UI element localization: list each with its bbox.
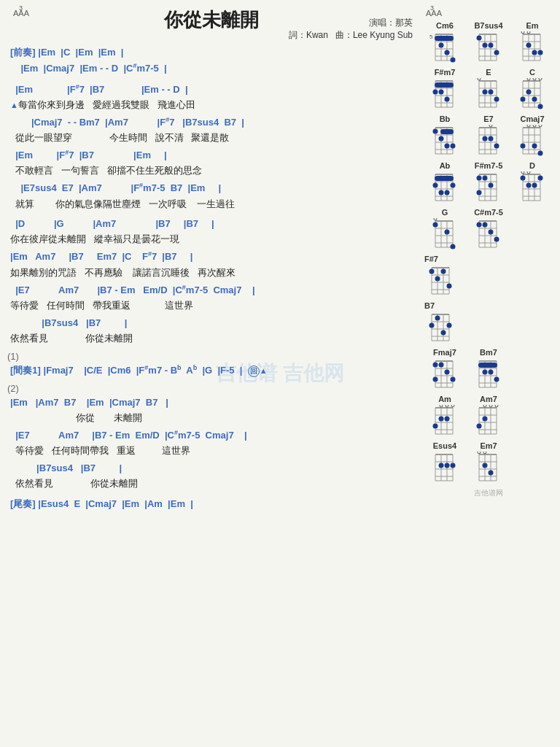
svg-point-161 — [521, 171, 524, 174]
interlude1-chords: [間奏1] |Fmaj7 |C/E |Cm6 |F#m7 - Bb Ab |G … — [10, 363, 416, 379]
chorus-lyrics-1: 你在彼岸從未離開 縱幸福只是曇花一現 — [10, 232, 416, 247]
s2-chords-3: |B7sus4 |B7 | — [10, 460, 416, 476]
svg-point-166 — [538, 176, 543, 181]
outro-chords: [尾奏] |Esus4 E |Cmaj7 |Em |Am |Em | — [10, 496, 416, 512]
chord-c#m7-5: C#m7-5 — [468, 208, 509, 250]
svg-point-12 — [445, 50, 450, 55]
chord-row-2: F#m7 E — [424, 68, 553, 110]
svg-point-245 — [494, 377, 499, 382]
svg-point-106 — [489, 125, 492, 127]
chord-b7sus4: B7sus4 — [468, 21, 509, 63]
chord-c: C — [512, 68, 553, 110]
v1-lyrics-4: 就算 你的氣息像隔世塵煙 一次呼吸 一生過往 — [10, 197, 416, 212]
section-1: (1) [間奏1] |Fmaj7 |C/E |Cm6 |F#m7 - Bb Ab… — [7, 351, 416, 379]
svg-point-191 — [489, 230, 494, 235]
svg-point-93 — [433, 129, 438, 134]
svg-rect-10 — [435, 36, 454, 41]
svg-point-271 — [489, 405, 492, 407]
svg-point-202 — [429, 269, 435, 274]
section-2: (2) |Em |Am7 B7 |Em |Cmaj7 B7 | 你從 未離開 |… — [7, 383, 416, 492]
chord-cm6: Cm6 5 — [424, 21, 465, 63]
svg-point-259 — [445, 417, 450, 422]
section-prelude: [前奏] |Em |C |Em |Em | |Em |Cmaj7 |Em - -… — [7, 44, 416, 77]
chord-bb: Bb — [424, 115, 465, 157]
svg-point-37 — [527, 31, 530, 34]
svg-point-255 — [451, 405, 454, 407]
chord-row-fmaj7-bm7: Fmaj7 — [424, 348, 553, 390]
v1-chords-1: |Em |F#7 |B7 |Em - - D | — [10, 82, 416, 98]
chord-g: G — [424, 208, 465, 250]
svg-point-229 — [439, 363, 444, 368]
svg-point-53 — [445, 97, 450, 102]
prelude-chords-2: |Em |Cmaj7 |Em - - D |C#m7-5 | — [10, 61, 416, 77]
svg-point-284 — [439, 463, 444, 468]
svg-point-23 — [477, 36, 482, 41]
prelude-label-chords: [前奏] |Em |C |Em |Em | — [10, 44, 416, 61]
svg-rect-50 — [435, 82, 454, 88]
s2-chords-2: |E7 Am7 |B7 - Em Em/D |C#m7-5 Cmaj7 | — [10, 427, 416, 444]
svg-point-274 — [477, 424, 482, 429]
svg-point-11 — [439, 43, 444, 48]
svg-point-77 — [533, 78, 536, 80]
svg-point-66 — [494, 97, 499, 102]
v1-lyrics-2: 從此一眼望穿 今生時間 說不清 聚還是散 — [10, 131, 416, 146]
svg-point-260 — [433, 424, 438, 429]
svg-point-190 — [483, 222, 488, 228]
chorus-chords-4: |B7sus4 |B7 | — [10, 315, 416, 331]
chord-e7: E7 — [468, 115, 509, 157]
chord-em7: Em7 — [468, 441, 509, 484]
chorus-lyrics-3: 等待愛 任何時間 帶我重返 這世界 — [10, 298, 416, 314]
svg-point-64 — [483, 90, 488, 95]
svg-point-108 — [494, 144, 499, 149]
svg-point-148 — [477, 176, 482, 181]
v1-lyrics-1: ▲每當你來到身邊 愛經過我雙眼 飛進心田 — [10, 98, 416, 113]
chord-f#m7: F#m7 — [424, 68, 465, 110]
svg-point-203 — [441, 269, 446, 274]
svg-point-228 — [433, 363, 438, 368]
chorus-chords-2: |Em Am7 |B7 Em7 |C F#7 |B7 | — [10, 249, 416, 265]
svg-point-298 — [483, 463, 488, 468]
svg-point-94 — [439, 136, 444, 142]
svg-point-26 — [494, 50, 499, 55]
song-title: 你從未離開 — [109, 7, 314, 33]
svg-text:5: 5 — [429, 34, 433, 40]
svg-point-179 — [451, 244, 456, 249]
chord-row-esus4: Esus4 Em7 — [424, 441, 553, 484]
chord-row-3: Bb E7 — [424, 115, 553, 157]
svg-point-40 — [538, 50, 543, 55]
svg-point-296 — [478, 452, 481, 454]
svg-point-270 — [495, 405, 498, 407]
svg-point-297 — [483, 452, 486, 454]
svg-point-178 — [433, 222, 438, 228]
svg-point-204 — [435, 276, 440, 282]
svg-point-217 — [447, 323, 452, 328]
svg-point-39 — [532, 50, 537, 55]
svg-point-258 — [439, 417, 444, 422]
v1-chords-4: |E7sus4 E7 |Am7 |F#m7-5 B7 |Em | — [10, 180, 416, 196]
s2-lyrics-3: 依然看見 你從未離開 — [10, 476, 416, 492]
svg-point-121 — [527, 125, 530, 127]
chord-bm7: Bm7 — [468, 348, 509, 390]
chorus-chords-1: |D |G |Am7 |B7 |B7 | — [10, 216, 416, 232]
svg-point-231 — [451, 377, 456, 382]
svg-rect-92 — [440, 129, 454, 134]
svg-point-218 — [441, 330, 446, 336]
v1-chords-3: |Em |F#7 |B7 |Em | — [10, 147, 416, 163]
svg-point-205 — [447, 284, 452, 289]
svg-point-78 — [527, 78, 530, 80]
svg-point-230 — [445, 370, 450, 375]
bottom-watermark: 吉他谱网 — [424, 488, 553, 498]
svg-point-272 — [483, 405, 486, 407]
svg-point-135 — [451, 183, 456, 188]
s2-chords-1: |Em |Am7 B7 |Em |Cmaj7 B7 | — [10, 395, 416, 411]
svg-point-216 — [429, 323, 435, 328]
svg-point-285 — [445, 463, 450, 468]
svg-point-79 — [526, 90, 532, 95]
svg-point-24 — [483, 43, 488, 48]
chord-cmaj7: Cmaj7 — [512, 115, 553, 157]
svg-point-137 — [439, 190, 444, 196]
svg-point-107 — [483, 136, 488, 142]
svg-point-162 — [527, 171, 530, 174]
svg-point-244 — [489, 370, 494, 375]
chorus-chords-3: |E7 Am7 |B7 - Em Em/D |C#m7-5 Cmaj7 | — [10, 282, 416, 298]
